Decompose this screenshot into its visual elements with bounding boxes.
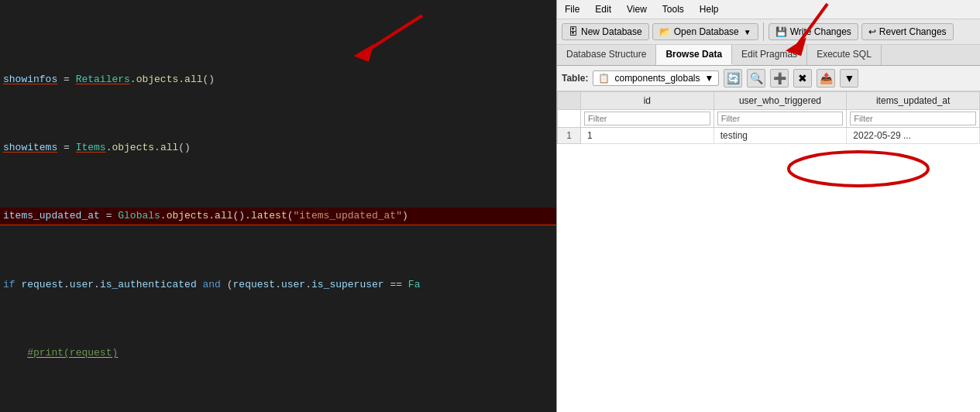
tab-browse-data[interactable]: Browse Data — [656, 45, 732, 65]
code-line: if request.user.is_authenticated and (re… — [0, 276, 556, 294]
tab-execute-sql[interactable]: Execute SQL — [807, 45, 882, 65]
revert-changes-label: Revert Changes — [879, 26, 947, 37]
filter-row — [558, 110, 980, 128]
cell-date: 2022-05-29 ... — [847, 128, 980, 144]
code-line: #print(request) — [0, 345, 556, 362]
toolbar-separator — [763, 22, 764, 41]
refresh-button[interactable]: 🔄 — [724, 69, 742, 88]
delete-row-button[interactable]: ✖ — [793, 69, 812, 88]
code-editor: showinfos = Retailers.objects.all() show… — [0, 0, 556, 412]
table-selector-row: Table: 📋 components_globals ▼ 🔄 🔍 ➕ ✖ 📤 … — [557, 66, 980, 91]
filter-date-cell — [847, 110, 980, 128]
open-database-label: Open Database — [674, 26, 739, 37]
menu-edit[interactable]: Edit — [592, 2, 614, 16]
filter-id-cell — [581, 110, 714, 128]
cell-id: 1 — [581, 128, 714, 144]
table-icon: 📋 — [598, 73, 610, 84]
new-database-label: New Database — [581, 26, 642, 37]
col-items-updated-at: items_updated_at — [847, 92, 980, 110]
menu-help[interactable]: Help — [696, 2, 722, 16]
table-selected-value: components_globals — [614, 73, 700, 84]
col-user-who-triggered: user_who_triggered — [714, 92, 847, 110]
filter-date-input[interactable] — [850, 112, 976, 125]
col-id: id — [581, 92, 714, 110]
db-browser-panel: File Edit View Tools Help 🗄 New Database… — [556, 0, 980, 412]
filter-user-cell — [714, 110, 847, 128]
table-row: 1 1 testing 2022-05-29 ... — [558, 128, 980, 144]
revert-icon: ↩ — [868, 26, 876, 37]
table-label: Table: — [562, 73, 588, 84]
open-database-button[interactable]: 📂 Open Database ▼ — [652, 23, 758, 40]
menu-tools[interactable]: Tools — [659, 2, 687, 16]
table-select-dropdown[interactable]: 📋 components_globals ▼ — [593, 70, 719, 86]
new-database-button[interactable]: 🗄 New Database — [562, 23, 649, 40]
revert-changes-button[interactable]: ↩ Revert Changes — [861, 23, 954, 40]
tab-bar: Database Structure Browse Data Edit Prag… — [557, 45, 980, 66]
write-icon: 💾 — [775, 26, 787, 37]
tab-edit-pragmas[interactable]: Edit Pragmas — [732, 45, 807, 65]
toolbar: 🗄 New Database 📂 Open Database ▼ 💾 Write… — [557, 19, 980, 45]
code-line: showinfos = Retailers.objects.all() — [0, 71, 556, 88]
col-rownum — [558, 92, 581, 110]
filter-button[interactable]: 🔍 — [747, 69, 765, 88]
add-row-button[interactable]: ➕ — [770, 69, 789, 88]
tab-database-structure[interactable]: Database Structure — [557, 45, 656, 65]
menu-view[interactable]: View — [624, 2, 650, 16]
export-button[interactable]: 📤 — [817, 69, 835, 88]
open-db-icon: 📂 — [659, 26, 671, 37]
cell-user: testing — [714, 128, 847, 144]
row-number: 1 — [558, 128, 581, 144]
filter-rownum-cell — [558, 110, 581, 128]
data-table: id user_who_triggered items_updated_at — [557, 91, 980, 144]
code-area: showinfos = Retailers.objects.all() show… — [0, 0, 556, 412]
data-table-container[interactable]: id user_who_triggered items_updated_at — [557, 91, 980, 412]
menu-file[interactable]: File — [562, 2, 583, 16]
new-db-icon: 🗄 — [569, 26, 578, 37]
open-db-dropdown-arrow: ▼ — [744, 28, 751, 36]
table-select-arrow-icon: ▼ — [705, 73, 714, 84]
write-changes-label: Write Changes — [790, 26, 851, 37]
filter-id-input[interactable] — [584, 112, 710, 125]
code-line: showitems = Items.objects.all() — [0, 139, 556, 156]
write-changes-button[interactable]: 💾 Write Changes — [769, 23, 858, 40]
code-line-highlighted: items_updated_at = Globals.objects.all()… — [0, 208, 556, 225]
filter-user-input[interactable] — [717, 112, 844, 125]
more-button[interactable]: ▼ — [840, 69, 858, 88]
menu-bar: File Edit View Tools Help — [557, 0, 980, 19]
